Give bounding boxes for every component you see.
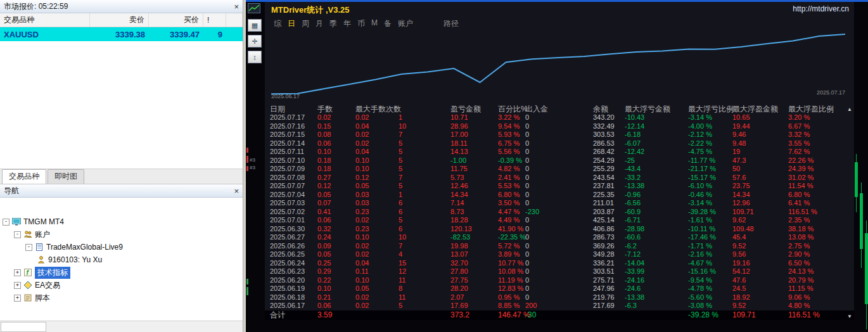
stats-panel-url: http://mtdriver.cn — [793, 4, 849, 13]
column-symbol[interactable]: 交易品种 — [0, 13, 90, 27]
stat-cell: 6.50 % — [788, 259, 854, 268]
stat-cell: 0 — [525, 225, 593, 234]
stat-cell: 19 — [732, 148, 788, 156]
stat-cell: 2025.07.11 — [270, 148, 317, 156]
stat-cell: 0.10 — [317, 148, 355, 156]
stat-cell: 0.29 — [317, 267, 355, 276]
stat-cell: 18.28 — [450, 216, 498, 225]
stats-toolbar-item[interactable]: 路径 — [444, 18, 459, 29]
terminal-icon — [12, 217, 21, 226]
stat-cell: 0.11 — [355, 267, 399, 276]
stats-toolbar: 综日周月季年币M备账户路径 — [274, 18, 459, 29]
stat-cell: 5 — [399, 139, 450, 148]
tree-toggler-icon[interactable]: + — [14, 282, 21, 289]
tree-toggler-icon[interactable]: - — [25, 244, 32, 251]
nav-item-ea-trading[interactable]: +EA交易 — [0, 279, 243, 291]
candle-fragment — [246, 166, 248, 171]
tree-toggler-icon[interactable]: - — [3, 219, 10, 226]
candle-fragment — [246, 156, 248, 163]
autoscroll-icon-button[interactable]: ↕ — [248, 51, 262, 63]
stats-toolbar-item[interactable]: 账户 — [398, 18, 413, 29]
scrollbar-thumb[interactable] — [1, 322, 46, 332]
stats-toolbar-item[interactable]: 月 — [316, 18, 323, 29]
stat-cell: -60.6 — [625, 233, 688, 242]
stat-cell: 217.69 — [593, 302, 625, 310]
nav-item-label: TradeMaxGlobal-Live9 — [46, 243, 123, 252]
stat-cell: 0 — [525, 199, 593, 208]
stat-cell: 0.18 — [317, 156, 355, 165]
stat-cell: 0.02 — [355, 250, 399, 259]
stat-cell: 9.46 — [732, 131, 788, 139]
stat-cell: -15.17 % — [688, 174, 732, 182]
close-icon[interactable]: × — [234, 187, 239, 195]
stat-cell: 10 — [399, 233, 450, 242]
stat-cell: 2025.06.17 — [270, 302, 317, 310]
stat-cell: 1 — [399, 113, 450, 122]
stat-cell: 9.06 % — [788, 293, 854, 302]
stats-table-row: 2025.06.230.290.111227.8010.08 %0303.51-… — [265, 267, 854, 276]
stat-cell: 11 — [399, 293, 450, 302]
stat-cell: -28.98 — [625, 225, 688, 234]
close-icon[interactable]: × — [234, 3, 239, 11]
stat-cell: 3.20 % — [788, 113, 854, 122]
tree-toggler-icon[interactable]: + — [14, 269, 21, 276]
stat-cell: 0 — [525, 250, 593, 259]
stat-cell: 2025.07.14 — [270, 139, 317, 148]
stats-table: 2025.07.170.020.02110.713.22 %0343.20-10… — [265, 113, 854, 320]
scripts-icon — [23, 293, 32, 302]
stat-cell: 0.10 — [317, 284, 355, 293]
stat-cell: 7.14 — [450, 199, 498, 208]
stat-cell: 5 — [399, 165, 450, 174]
stat-cell: -30 — [525, 310, 593, 320]
scroll-up-icon[interactable]: ▲ — [847, 106, 852, 112]
stat-cell: 14.13 — [450, 148, 498, 156]
nav-item-accounts[interactable]: -账户 — [0, 228, 243, 241]
horizontal-scrollbar[interactable] — [0, 321, 243, 332]
stat-cell: -12.42 — [625, 148, 688, 156]
stat-cell: -6.3 — [625, 302, 688, 310]
stats-table-row: 2025.06.260.090.02719.985.72 %0369.26-6.… — [265, 242, 854, 251]
stat-cell: 7 — [399, 242, 450, 251]
nav-item-trademaxglobal-live9[interactable]: -TradeMaxGlobal-Live9 — [0, 241, 243, 253]
stat-cell: 237.81 — [593, 182, 625, 191]
column-alert[interactable]: ! — [203, 13, 226, 27]
stat-cell: 9.52 — [732, 302, 788, 310]
tab-symbols[interactable]: 交易品种 — [2, 169, 46, 184]
scroll-down-icon[interactable]: ▼ — [847, 314, 852, 319]
stats-toolbar-item[interactable]: 季 — [329, 18, 337, 29]
crosshair-icon-button[interactable]: ✛ — [248, 35, 262, 48]
navigator-tree: -TMGM MT4-账户-TradeMaxGlobal-Live99160103… — [0, 198, 243, 321]
stat-cell: 0.10 — [355, 156, 399, 165]
stat-cell: 0.09 — [317, 242, 355, 251]
stats-toolbar-item[interactable]: 综 — [274, 18, 281, 29]
stat-cell — [625, 310, 688, 320]
grid-icon-button[interactable]: ▦ — [248, 19, 262, 32]
stat-cell: 5 — [399, 148, 450, 156]
stats-toolbar-item[interactable]: 币 — [357, 18, 365, 29]
nav-item-indicators[interactable]: +f技术指标 — [0, 266, 243, 279]
tree-toggler-icon[interactable]: + — [14, 295, 21, 302]
stats-toolbar-item[interactable]: M — [371, 18, 378, 29]
stats-toolbar-item[interactable]: 备 — [384, 18, 392, 29]
chart-thumbnail-icon[interactable] — [248, 3, 262, 16]
stats-toolbar-item[interactable]: 日 — [288, 18, 295, 29]
column-bid[interactable]: 卖价 — [90, 13, 149, 27]
stat-cell: -2.22 % — [688, 139, 732, 148]
nav-item-tmgm-mt4[interactable]: -TMGM MT4 — [0, 215, 243, 228]
stat-cell: -3.14 % — [688, 113, 732, 122]
stats-toolbar-item[interactable]: 周 — [302, 18, 309, 29]
stat-cell: 47.6 — [732, 276, 788, 285]
nav-item-account-9160103[interactable]: 9160103: Yu Xu — [0, 253, 243, 266]
stat-cell: 13.07 — [450, 250, 498, 259]
stat-cell: 4.49 % — [498, 216, 525, 225]
symbol-row-xauusd[interactable]: XAUUSD 3339.38 3339.47 9 — [0, 27, 243, 41]
stats-table-row: 2025.07.170.020.02110.713.22 %0343.20-10… — [265, 113, 854, 122]
tab-tick-chart[interactable]: 即时图 — [48, 169, 84, 184]
stat-cell: 425.14 — [593, 216, 625, 225]
nav-item-scripts[interactable]: +脚本 — [0, 291, 243, 304]
column-ask[interactable]: 买价 — [149, 13, 203, 27]
tree-toggler-icon[interactable]: - — [14, 231, 21, 238]
stat-cell: 0.41 — [317, 208, 355, 217]
stats-toolbar-item[interactable]: 年 — [343, 18, 351, 29]
stats-table-row: 2025.07.150.080.02717.005.93 %0303.53-6.… — [265, 131, 854, 139]
